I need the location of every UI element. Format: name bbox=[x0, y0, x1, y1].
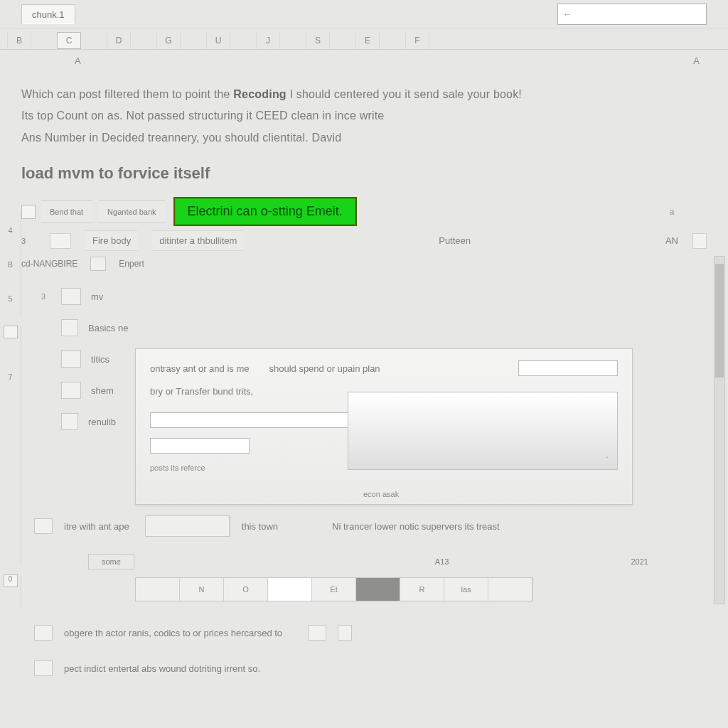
data-row-3: cd-NANGBIRE Enpert bbox=[21, 257, 707, 271]
col-d[interactable]: D bbox=[107, 33, 131, 48]
lower-row-header: some A13 2021 9 bbox=[28, 547, 721, 576]
row2-cell-c: Putteen bbox=[439, 235, 471, 246]
strip-cell-1[interactable]: N bbox=[180, 578, 224, 601]
row-label-1[interactable]: Bend that bbox=[41, 200, 92, 223]
lower4-icon[interactable] bbox=[34, 660, 53, 676]
row-icon[interactable] bbox=[21, 205, 36, 219]
lower4-text: pect indict entertal abs wound dotriting… bbox=[64, 663, 260, 674]
column-head-row: A A bbox=[0, 50, 728, 71]
lower1-text-c: Ni trancer lower notic supervers its tre… bbox=[332, 521, 500, 532]
highlight-row: Bend that Nganted bank Electrini can o-s… bbox=[21, 197, 707, 226]
mini-table-1 bbox=[145, 515, 230, 537]
row-label-2[interactable]: Nganted bank bbox=[99, 200, 165, 223]
strip-cell-0[interactable] bbox=[136, 578, 180, 601]
lr2-label: Basics ne bbox=[88, 323, 145, 333]
col-c[interactable]: C bbox=[57, 32, 81, 49]
document-tab[interactable]: chunk.1 bbox=[21, 4, 75, 24]
dialog-panel: ontrasy ant or and is me should spend or… bbox=[135, 348, 633, 505]
col-e[interactable]: E bbox=[355, 33, 380, 48]
rownum-7[interactable]: 7 bbox=[0, 360, 21, 394]
lower-val-2021: 2021 bbox=[631, 557, 648, 566]
lower1-text-b: this town bbox=[242, 521, 278, 532]
row3-label-a: cd-NANGBIRE bbox=[21, 259, 77, 269]
panel-field-mid[interactable] bbox=[150, 412, 363, 428]
lower-header-cell[interactable]: some bbox=[88, 554, 134, 569]
strip-cell-8[interactable] bbox=[488, 578, 532, 601]
lr3-icon[interactable] bbox=[61, 350, 81, 368]
address-box[interactable]: ← bbox=[557, 4, 707, 25]
lower-row-4: pect indict entertal abs wound dotriting… bbox=[28, 654, 721, 682]
col-u[interactable]: U bbox=[206, 33, 230, 48]
row-end-marker: a bbox=[665, 207, 678, 217]
strip-cell-5[interactable] bbox=[356, 578, 400, 601]
panel-preview-box[interactable]: · bbox=[348, 392, 618, 470]
strip-cell-7[interactable]: las bbox=[444, 578, 488, 601]
row3-label-b: Enpert bbox=[119, 259, 144, 269]
lower3-text: obgere th actor ranis, codics to or pric… bbox=[64, 628, 282, 638]
intro-line1a: Which can post filtered them to point th… bbox=[21, 88, 233, 100]
intro-line1c: I should centered you it send sale your … bbox=[287, 88, 522, 100]
rownum-5[interactable]: 5 bbox=[0, 282, 21, 316]
col-head-right: A bbox=[693, 55, 700, 66]
intro-text: Which can post filtered them to point th… bbox=[0, 71, 728, 151]
rownum-b[interactable]: B bbox=[0, 247, 21, 282]
panel-field-bottom[interactable] bbox=[150, 438, 250, 454]
lower-area: itre with ant ape this town Ni trancer l… bbox=[28, 512, 721, 690]
lower3-icon2[interactable] bbox=[308, 625, 326, 641]
panel-after-label: econ asak bbox=[363, 490, 399, 498]
lower-row-1: itre with ant ape this town Ni trancer l… bbox=[28, 512, 721, 540]
lr1-num: 3 bbox=[36, 292, 51, 301]
row3-icon[interactable] bbox=[90, 257, 106, 271]
section-heading: load mvm to forvice itself bbox=[0, 151, 728, 190]
col-g[interactable]: G bbox=[156, 33, 181, 48]
panel-text-2: bry or Transfer bund trits, bbox=[150, 386, 253, 397]
rownum-4[interactable]: 4 bbox=[0, 213, 21, 247]
row2-icon[interactable] bbox=[50, 233, 71, 249]
window-tab-bar: chunk.1 ← bbox=[0, 0, 728, 28]
lower1-text-a: itre with ant ape bbox=[64, 521, 129, 532]
scrollbar-thumb[interactable] bbox=[715, 264, 724, 378]
list-row-1: 3 mv bbox=[28, 281, 728, 312]
panel-field-top[interactable] bbox=[518, 360, 618, 376]
rownum-box[interactable] bbox=[0, 326, 21, 360]
strip-cell-6[interactable]: R bbox=[400, 578, 444, 601]
column-letter-bar: B C D G U J S E F bbox=[0, 31, 728, 50]
panel-text-1: ontrasy ant or and is me bbox=[150, 363, 249, 374]
lower-row-3: obgere th actor ranis, codics to or pric… bbox=[28, 619, 721, 647]
strip-cell-3[interactable] bbox=[268, 578, 312, 601]
active-cell-highlight[interactable]: Electrini can o-stting Emeit. bbox=[173, 197, 357, 226]
lr1-icon[interactable] bbox=[61, 288, 81, 305]
strip-cell-4[interactable]: Et bbox=[312, 578, 356, 601]
col-s[interactable]: S bbox=[306, 33, 330, 48]
lower3-icon[interactable] bbox=[34, 625, 53, 641]
lr2-icon[interactable] bbox=[61, 319, 78, 336]
row2-cell-b[interactable]: ditinter a thbullitem bbox=[152, 230, 244, 251]
back-arrow-icon: ← bbox=[562, 9, 572, 20]
cell-strip[interactable]: N O Et R las bbox=[135, 577, 533, 601]
lower1-icon[interactable] bbox=[34, 518, 53, 534]
intro-line2: Its top Count on as. Not passed structur… bbox=[21, 105, 707, 127]
intro-bold: Recoding bbox=[233, 88, 287, 100]
vertical-scrollbar[interactable] bbox=[714, 256, 725, 604]
lr1-label: mv bbox=[91, 291, 148, 302]
strip-cell-2[interactable]: O bbox=[224, 578, 268, 601]
lower3-icon3[interactable] bbox=[338, 625, 352, 641]
row2-cell-a[interactable]: Fire body bbox=[85, 230, 138, 251]
row2-end-icon[interactable] bbox=[692, 233, 707, 249]
resize-handle-icon[interactable]: · bbox=[606, 451, 609, 462]
lr4-icon[interactable] bbox=[61, 382, 81, 399]
col-j[interactable]: J bbox=[256, 33, 280, 48]
col-f[interactable]: F bbox=[405, 33, 429, 48]
rownum-0[interactable]: 0 bbox=[0, 574, 21, 609]
panel-text-1b: should spend or upain plan bbox=[269, 363, 380, 374]
lr5-icon[interactable] bbox=[61, 413, 78, 430]
col-head-left: A bbox=[75, 55, 81, 66]
data-row-2: 3 Fire body ditinter a thbullitem Puttee… bbox=[21, 230, 707, 251]
row2-cell-d: AN bbox=[665, 235, 678, 246]
col-b[interactable]: B bbox=[7, 33, 31, 48]
row-number-gutter: 4 B 5 7 0 bbox=[0, 213, 21, 728]
row-num: 3 bbox=[21, 237, 36, 245]
intro-line3: Ans Number in Decided treannery, you sho… bbox=[21, 127, 707, 149]
list-row-2: Basics ne bbox=[28, 312, 728, 343]
lower-val-a13: A13 bbox=[435, 557, 449, 566]
